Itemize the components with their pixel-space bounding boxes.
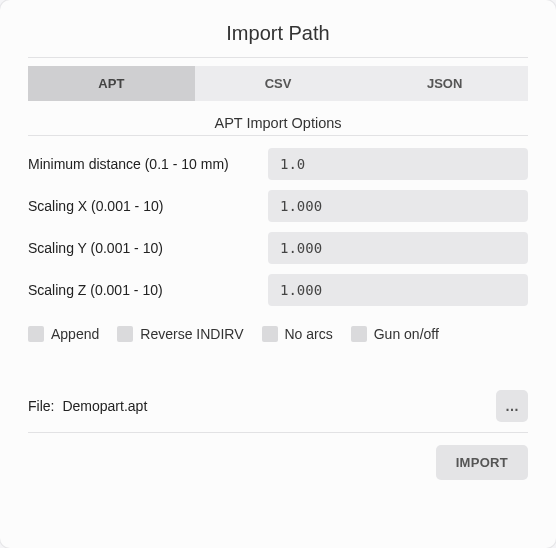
import-path-dialog: Import Path APT CSV JSON APT Import Opti… bbox=[0, 0, 556, 548]
section-heading: APT Import Options bbox=[28, 115, 528, 131]
scaling-z-input[interactable] bbox=[268, 274, 528, 306]
checkbox-append-label: Append bbox=[51, 326, 99, 342]
row-scaling-y: Scaling Y (0.001 - 10) bbox=[28, 232, 528, 264]
divider bbox=[28, 432, 528, 433]
import-button[interactable]: IMPORT bbox=[436, 445, 528, 480]
browse-button[interactable]: … bbox=[496, 390, 528, 422]
ellipsis-icon: … bbox=[505, 398, 519, 414]
scaling-z-label: Scaling Z (0.001 - 10) bbox=[28, 282, 268, 298]
tab-json[interactable]: JSON bbox=[361, 66, 528, 101]
divider bbox=[28, 57, 528, 58]
file-name: Demopart.apt bbox=[62, 398, 496, 414]
checkbox-append[interactable]: Append bbox=[28, 326, 99, 342]
row-scaling-x: Scaling X (0.001 - 10) bbox=[28, 190, 528, 222]
min-distance-input[interactable] bbox=[268, 148, 528, 180]
format-tabs: APT CSV JSON bbox=[28, 66, 528, 101]
checkbox-box-icon bbox=[117, 326, 133, 342]
checkbox-box-icon bbox=[28, 326, 44, 342]
scaling-y-label: Scaling Y (0.001 - 10) bbox=[28, 240, 268, 256]
scaling-x-label: Scaling X (0.001 - 10) bbox=[28, 198, 268, 214]
checkbox-box-icon bbox=[351, 326, 367, 342]
row-scaling-z: Scaling Z (0.001 - 10) bbox=[28, 274, 528, 306]
checkbox-gun-onoff[interactable]: Gun on/off bbox=[351, 326, 439, 342]
checkbox-row: Append Reverse INDIRV No arcs Gun on/off bbox=[28, 326, 528, 342]
checkbox-gun-onoff-label: Gun on/off bbox=[374, 326, 439, 342]
checkbox-reverse-indirv[interactable]: Reverse INDIRV bbox=[117, 326, 243, 342]
file-label: File: bbox=[28, 398, 54, 414]
scaling-x-input[interactable] bbox=[268, 190, 528, 222]
checkbox-reverse-indirv-label: Reverse INDIRV bbox=[140, 326, 243, 342]
footer: IMPORT bbox=[28, 445, 528, 480]
tab-csv[interactable]: CSV bbox=[195, 66, 362, 101]
file-row: File: Demopart.apt … bbox=[28, 390, 528, 422]
tab-apt[interactable]: APT bbox=[28, 66, 195, 101]
min-distance-label: Minimum distance (0.1 - 10 mm) bbox=[28, 156, 268, 172]
row-min-distance: Minimum distance (0.1 - 10 mm) bbox=[28, 148, 528, 180]
checkbox-box-icon bbox=[262, 326, 278, 342]
dialog-title: Import Path bbox=[28, 22, 528, 45]
checkbox-no-arcs[interactable]: No arcs bbox=[262, 326, 333, 342]
divider bbox=[28, 135, 528, 136]
scaling-y-input[interactable] bbox=[268, 232, 528, 264]
checkbox-no-arcs-label: No arcs bbox=[285, 326, 333, 342]
